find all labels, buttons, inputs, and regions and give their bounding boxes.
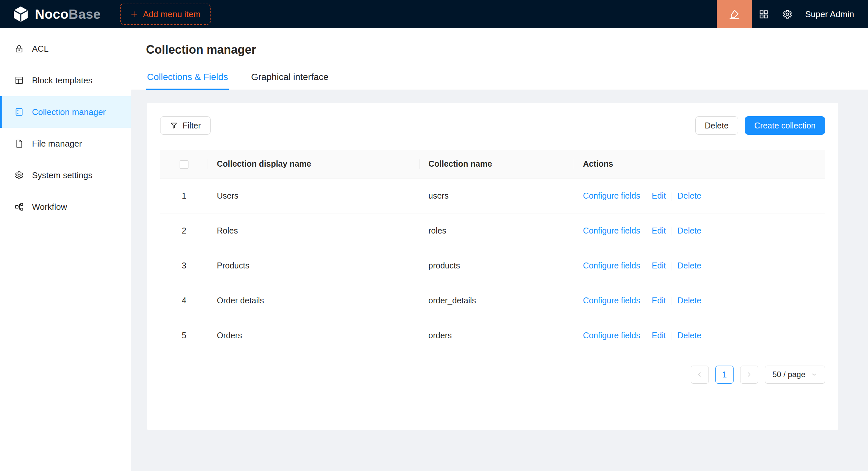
appstore-grid-icon (758, 9, 769, 20)
collection-display-name-cell: Roles (208, 213, 420, 248)
topbar: NocoBase Add menu item Super Admin (0, 0, 868, 28)
configure-fields-link[interactable]: Configure fields (583, 191, 640, 200)
configure-fields-link[interactable]: Configure fields (583, 331, 640, 340)
actions-cell: Configure fieldsEditDelete (574, 318, 825, 353)
column-header-actions: Actions (574, 150, 825, 178)
content-area: Filter Delete Create collection Collecti… (131, 90, 868, 471)
table-row: 2 Roles roles Configure fieldsEditDelete (160, 213, 825, 248)
sidebar-item-workflow[interactable]: Workflow (0, 191, 131, 223)
table-body: 1 Users users Configure fieldsEditDelete… (160, 178, 825, 353)
sidebar-item-label: File manager (32, 139, 82, 149)
collection-display-name-cell: Products (208, 248, 420, 283)
delete-link[interactable]: Delete (678, 331, 701, 340)
settings-button[interactable] (775, 0, 799, 28)
current-user-menu[interactable]: Super Admin (805, 9, 854, 20)
sidebar-item-block-templates[interactable]: Block templates (0, 65, 131, 96)
collection-display-name-cell: Order details (208, 283, 420, 318)
filter-button[interactable]: Filter (160, 116, 211, 135)
tab-graphical-interface[interactable]: Graphical interface (250, 67, 329, 90)
delete-link[interactable]: Delete (678, 296, 701, 305)
select-all-checkbox[interactable] (180, 160, 188, 169)
collection-name-cell: orders (420, 318, 574, 353)
main-area: Collection manager Collections & Fields … (131, 28, 868, 471)
settings-sidebar: ACL Block templates Collection manager F… (0, 28, 131, 471)
filter-funnel-icon (170, 122, 178, 130)
edit-link[interactable]: Edit (652, 191, 666, 200)
plus-icon (130, 10, 138, 19)
delete-link[interactable]: Delete (678, 226, 701, 235)
action-divider (672, 192, 672, 201)
plugins-button[interactable] (752, 0, 775, 28)
configure-fields-link[interactable]: Configure fields (583, 226, 640, 235)
page-header: Collection manager Collections & Fields … (131, 28, 868, 90)
select-all-header-cell (160, 150, 208, 178)
sidebar-item-label: Block templates (32, 75, 93, 86)
collection-name-cell: users (420, 178, 574, 213)
filter-button-label: Filter (183, 121, 201, 130)
sidebar-item-label: ACL (32, 44, 49, 54)
lock-icon (14, 44, 24, 53)
add-menu-item-button[interactable]: Add menu item (120, 4, 211, 25)
configure-fields-link[interactable]: Configure fields (583, 261, 640, 270)
gear-icon (14, 171, 24, 180)
sidebar-item-acl[interactable]: ACL (0, 33, 131, 65)
pagination-page-1-button[interactable]: 1 (715, 366, 734, 384)
actions-cell: Configure fieldsEditDelete (574, 248, 825, 283)
chevron-right-icon (745, 371, 753, 378)
database-icon (14, 107, 24, 116)
action-divider (646, 262, 646, 270)
column-header-name: Collection name (420, 150, 574, 178)
configure-fields-link[interactable]: Configure fields (583, 296, 640, 305)
action-divider (672, 227, 672, 236)
action-divider (672, 262, 672, 270)
edit-link[interactable]: Edit (652, 296, 666, 305)
table-row: 3 Products products Configure fieldsEdit… (160, 248, 825, 283)
collections-card: Filter Delete Create collection Collecti… (147, 103, 838, 430)
row-index: 5 (160, 318, 208, 353)
action-divider (646, 192, 646, 201)
action-divider (646, 227, 646, 236)
action-divider (672, 332, 672, 340)
gear-icon (782, 9, 793, 20)
workflow-icon (14, 202, 24, 211)
collection-name-cell: roles (420, 213, 574, 248)
edit-link[interactable]: Edit (652, 226, 666, 235)
sidebar-item-system-settings[interactable]: System settings (0, 160, 131, 191)
table-row: 4 Order details order_details Configure … (160, 283, 825, 318)
logo-text-noco: Noco (35, 7, 68, 22)
card-toolbar: Filter Delete Create collection (160, 116, 825, 135)
collection-name-cell: order_details (420, 283, 574, 318)
action-divider (646, 332, 646, 340)
pagination: 1 50 / page (160, 366, 825, 384)
action-divider (672, 297, 672, 305)
sidebar-item-file-manager[interactable]: File manager (0, 128, 131, 160)
tab-bar: Collections & Fields Graphical interface (131, 67, 868, 90)
actions-cell: Configure fieldsEditDelete (574, 213, 825, 248)
ui-editor-button[interactable] (717, 0, 752, 28)
sidebar-item-collection-manager[interactable]: Collection manager (0, 96, 131, 128)
tab-collections-fields[interactable]: Collections & Fields (146, 67, 229, 90)
delete-button[interactable]: Delete (695, 116, 738, 135)
row-index: 3 (160, 248, 208, 283)
highlighter-icon (728, 8, 740, 20)
sidebar-item-label: System settings (32, 170, 93, 180)
page-title: Collection manager (131, 43, 868, 57)
delete-link[interactable]: Delete (678, 261, 701, 270)
create-collection-button[interactable]: Create collection (745, 116, 825, 135)
edit-link[interactable]: Edit (652, 261, 666, 270)
table-row: 1 Users users Configure fieldsEditDelete (160, 178, 825, 213)
action-divider (646, 297, 646, 305)
page-size-select[interactable]: 50 / page (765, 366, 825, 384)
pagination-next-button[interactable] (740, 366, 758, 384)
column-header-display-name: Collection display name (208, 150, 420, 178)
row-index: 1 (160, 178, 208, 213)
edit-link[interactable]: Edit (652, 331, 666, 340)
delete-link[interactable]: Delete (678, 191, 701, 200)
nocobase-logo[interactable]: NocoBase (0, 5, 113, 23)
pagination-prev-button[interactable] (691, 366, 709, 384)
actions-cell: Configure fieldsEditDelete (574, 178, 825, 213)
chevron-down-icon (811, 371, 817, 378)
add-menu-item-label: Add menu item (143, 9, 201, 20)
collections-table: Collection display name Collection name … (160, 150, 825, 353)
table-header-row: Collection display name Collection name … (160, 150, 825, 178)
